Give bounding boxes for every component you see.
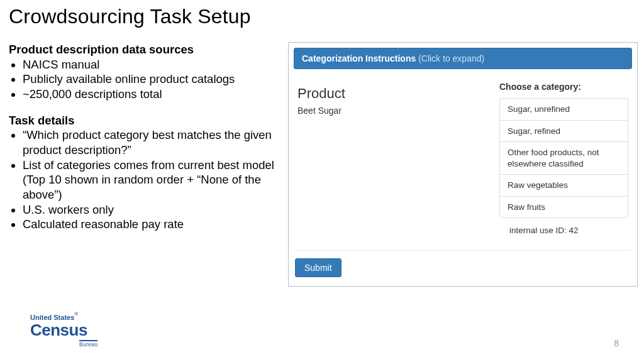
logo-line3: Bureau (79, 340, 97, 348)
section-heading-task: Task details (9, 113, 279, 128)
list-item: U.S. workers only (23, 202, 279, 217)
category-option[interactable]: Sugar, unrefined (500, 99, 628, 121)
page-number: 8 (614, 338, 619, 348)
list-item: “Which product category best matches the… (23, 128, 279, 157)
category-option[interactable]: Sugar, refined (500, 121, 628, 143)
choose-label: Choose a category: (499, 82, 628, 92)
submit-row: Submit (289, 251, 637, 286)
list-item: ~250,000 descriptions total (23, 87, 279, 102)
census-logo: United States® Census Bureau (30, 312, 97, 348)
text-column: Product description data sources NAICS m… (9, 42, 279, 287)
list-item: List of categories comes from current be… (23, 158, 279, 202)
list-item: Calculated reasonable pay rate (23, 217, 279, 232)
instructions-expander[interactable]: Categorization Instructions (Click to ex… (294, 48, 632, 69)
section-heading-sources: Product description data sources (9, 42, 279, 57)
submit-button[interactable]: Submit (295, 258, 341, 277)
category-option[interactable]: Raw vegetables (500, 175, 628, 197)
logo-line2: Census (30, 321, 87, 339)
product-pane: Product Beet Sugar (297, 82, 480, 236)
product-description: Beet Sugar (297, 106, 480, 116)
category-list: Sugar, unrefined Sugar, refined Other fo… (499, 98, 628, 218)
product-heading: Product (297, 85, 480, 102)
instructions-title: Categorization Instructions (302, 53, 416, 63)
task-ui-panel: Categorization Instructions (Click to ex… (288, 42, 638, 287)
registered-icon: ® (74, 311, 78, 317)
task-body: Product Beet Sugar Choose a category: Su… (289, 69, 637, 241)
category-option[interactable]: Other food products, not elsewhere class… (500, 142, 628, 175)
category-pane: Choose a category: Sugar, unrefined Suga… (499, 82, 628, 236)
internal-id: internal use ID: 42 (499, 218, 628, 236)
category-option[interactable]: Raw fruits (500, 197, 628, 218)
list-item: NAICS manual (23, 57, 279, 72)
sources-list: NAICS manual Publicly available online p… (9, 57, 279, 102)
content-columns: Product description data sources NAICS m… (0, 28, 644, 287)
list-item: Publicly available online product catalo… (23, 72, 279, 87)
screenshot-column: Categorization Instructions (Click to ex… (288, 42, 638, 287)
instructions-hint: (Click to expand) (418, 53, 484, 63)
slide-title: Crowdsourcing Task Setup (0, 0, 644, 28)
task-list: “Which product category best matches the… (9, 128, 279, 232)
